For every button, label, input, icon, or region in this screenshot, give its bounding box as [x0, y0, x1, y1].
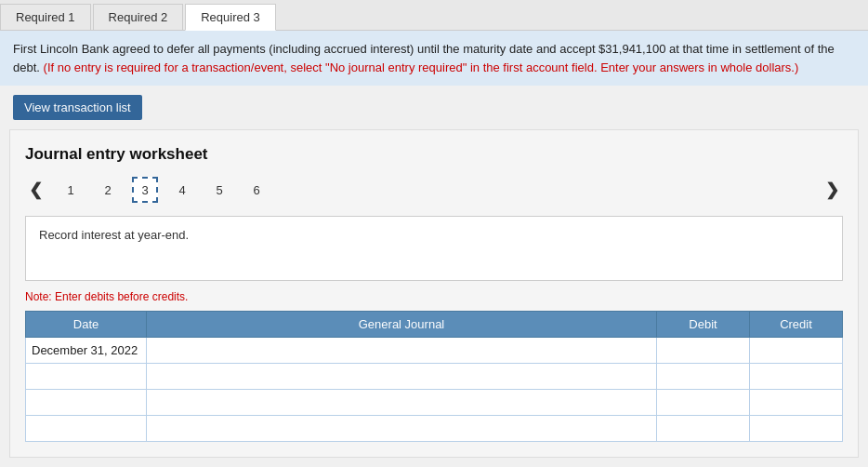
- nav-num-2[interactable]: 2: [95, 177, 121, 203]
- row2-debit[interactable]: [657, 364, 750, 390]
- col-header-debit: Debit: [657, 312, 750, 338]
- row3-credit-input[interactable]: [756, 395, 836, 409]
- table-row: [26, 364, 843, 390]
- journal-table: Date General Journal Debit Credit Decemb…: [25, 311, 843, 442]
- table-row: December 31, 2022: [26, 338, 843, 364]
- worksheet-title: Journal entry worksheet: [25, 145, 843, 164]
- row3-credit[interactable]: [750, 390, 843, 416]
- description-text: Record interest at year-end.: [39, 228, 189, 242]
- nav-next-arrow[interactable]: ❯: [822, 180, 843, 200]
- tab-required3[interactable]: Required 3: [185, 4, 276, 31]
- table-row: [26, 390, 843, 416]
- nav-num-5[interactable]: 5: [206, 177, 232, 203]
- row4-credit[interactable]: [750, 416, 843, 442]
- row2-journal-input[interactable]: [152, 369, 651, 383]
- row4-debit-input[interactable]: [663, 421, 743, 435]
- row2-debit-input[interactable]: [663, 369, 743, 383]
- row2-date: [26, 364, 147, 390]
- row2-credit[interactable]: [750, 364, 843, 390]
- description-box: Record interest at year-end.: [25, 216, 843, 281]
- row1-debit-input[interactable]: [663, 343, 743, 357]
- nav-row: ❮ 1 2 3 4 5 6 ❯: [25, 177, 843, 203]
- row4-journal-input[interactable]: [152, 421, 651, 435]
- row1-credit-input[interactable]: [756, 343, 836, 357]
- tab-required2[interactable]: Required 2: [93, 4, 184, 30]
- row3-debit-input[interactable]: [663, 395, 743, 409]
- info-red-text: (If no entry is required for a transacti…: [44, 60, 799, 74]
- nav-num-3[interactable]: 3: [132, 177, 158, 203]
- row2-journal[interactable]: [147, 364, 657, 390]
- row3-debit[interactable]: [657, 390, 750, 416]
- row4-debit[interactable]: [657, 416, 750, 442]
- row3-journal-input[interactable]: [152, 395, 651, 409]
- note-text: Note: Enter debits before credits.: [25, 290, 843, 303]
- info-box: First Lincoln Bank agreed to defer all p…: [0, 31, 868, 86]
- row3-journal[interactable]: [147, 390, 657, 416]
- row2-credit-input[interactable]: [756, 369, 836, 383]
- nav-prev-arrow[interactable]: ❮: [25, 180, 46, 200]
- nav-num-1[interactable]: 1: [58, 177, 84, 203]
- nav-num-6[interactable]: 6: [243, 177, 270, 203]
- col-header-date: Date: [26, 312, 147, 338]
- row1-journal-input[interactable]: [152, 343, 651, 357]
- view-transaction-button[interactable]: View transaction list: [13, 95, 142, 120]
- worksheet-container: Journal entry worksheet ❮ 1 2 3 4 5 6 ❯ …: [9, 129, 859, 458]
- tabs-container: Required 1 Required 2 Required 3: [0, 0, 868, 31]
- row4-journal[interactable]: [147, 416, 657, 442]
- row1-credit[interactable]: [750, 338, 843, 364]
- col-header-journal: General Journal: [147, 312, 657, 338]
- col-header-credit: Credit: [750, 312, 843, 338]
- row4-date: [26, 416, 147, 442]
- row1-date: December 31, 2022: [26, 338, 147, 364]
- row1-journal[interactable]: [147, 338, 657, 364]
- row3-date: [26, 390, 147, 416]
- row4-credit-input[interactable]: [756, 421, 836, 435]
- tab-required1[interactable]: Required 1: [0, 4, 91, 30]
- nav-num-4[interactable]: 4: [169, 177, 195, 203]
- row1-debit[interactable]: [657, 338, 750, 364]
- table-row: [26, 416, 843, 442]
